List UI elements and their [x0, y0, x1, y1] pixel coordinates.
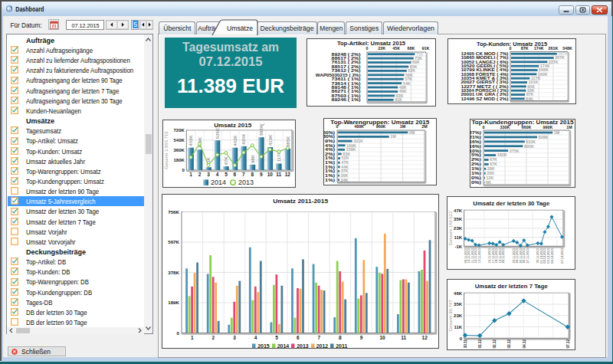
svg-text:4: 4: [254, 334, 257, 339]
svg-text:Dashboard: Dashboard: [15, 5, 44, 13]
svg-text:174K: 174K: [533, 46, 543, 51]
svg-text:02.12: 02.12: [493, 339, 497, 348]
svg-text:Umsatz 2011-2015: Umsatz 2011-2015: [273, 198, 329, 205]
svg-text:Wiedervorlagen: Wiedervorlagen: [387, 25, 434, 32]
svg-text:98K: 98K: [251, 154, 255, 163]
svg-text:2014: 2014: [211, 179, 226, 187]
svg-text:2: 2: [212, 334, 215, 339]
svg-text:720K: 720K: [174, 128, 185, 133]
svg-text:Für Datum:: Für Datum:: [11, 21, 42, 29]
svg-text:Mengen: Mengen: [320, 25, 343, 32]
svg-text:3: 3: [233, 334, 236, 339]
svg-text:1M: 1M: [566, 125, 572, 130]
svg-text:9: 9: [360, 334, 363, 339]
svg-text:Übersicht: Übersicht: [163, 25, 192, 32]
svg-text:261K: 261K: [548, 46, 558, 51]
svg-text:182K: 182K: [497, 152, 507, 157]
svg-text:45K: 45K: [392, 46, 400, 51]
svg-text:Tagesumsatz am: Tagesumsatz am: [182, 40, 279, 53]
svg-text:990K: 990K: [543, 125, 553, 130]
svg-text:1: 1: [191, 334, 194, 339]
svg-text:378K: 378K: [168, 269, 179, 274]
svg-text:375K: 375K: [510, 149, 520, 153]
svg-text:413K: 413K: [268, 134, 273, 146]
svg-text:227K: 227K: [548, 60, 558, 64]
svg-text:1M: 1M: [400, 125, 406, 130]
svg-text:84K: 84K: [526, 97, 533, 101]
svg-text:660K: 660K: [522, 125, 532, 130]
svg-text:5: 5: [275, 334, 278, 339]
svg-text:68K: 68K: [407, 46, 415, 51]
svg-text:11K: 11K: [454, 324, 462, 329]
svg-text:27.11.2015: 27.11.2015: [526, 248, 529, 263]
svg-text:3: 3: [207, 172, 210, 178]
svg-text:47K: 47K: [454, 208, 463, 212]
svg-text:16 ( 1%): 16 ( 1%): [323, 178, 335, 182]
svg-text:9: 9: [260, 172, 263, 178]
svg-text:0: 0: [509, 46, 511, 51]
svg-text:89246 ( 1%): 89246 ( 1%): [331, 97, 360, 102]
svg-text:0: 0: [483, 125, 485, 130]
svg-text:01.12: 01.12: [478, 339, 482, 348]
svg-text:189K: 189K: [168, 300, 179, 305]
svg-text:11: 11: [277, 172, 282, 178]
svg-text:2012: 2012: [316, 343, 329, 348]
svg-text:46K: 46K: [454, 290, 463, 295]
svg-text:34K: 34K: [340, 178, 348, 182]
svg-text:2: 2: [198, 172, 202, 178]
svg-text:960K: 960K: [376, 125, 386, 130]
svg-text:11.389 EUR: 11.389 EUR: [177, 74, 284, 97]
svg-text:6K: 6K: [486, 180, 491, 185]
svg-text:Umsatz 2015: Umsatz 2015: [215, 122, 253, 129]
svg-text:07.12.2015: 07.12.2015: [72, 22, 100, 29]
svg-text:2015: 2015: [257, 343, 270, 348]
svg-text:5: 5: [225, 172, 228, 178]
svg-text:07.12: 07.12: [565, 339, 569, 348]
svg-text:0: 0: [336, 125, 338, 130]
svg-text:1M: 1M: [554, 130, 560, 135]
svg-text:180K: 180K: [174, 158, 185, 162]
svg-text:540K: 540K: [174, 138, 185, 143]
svg-text:8: 8: [339, 334, 342, 339]
svg-text:430K: 430K: [242, 133, 247, 145]
svg-text:480K: 480K: [354, 125, 364, 130]
svg-text:35K: 35K: [454, 302, 463, 307]
svg-text:Sonstiges: Sonstiges: [349, 25, 379, 32]
svg-text:2011: 2011: [336, 343, 347, 348]
svg-text:10: 10: [267, 172, 274, 178]
svg-text:403K: 403K: [189, 135, 194, 146]
svg-text:Umsatz der letzten 7 Tage: Umsatz der letzten 7 Tage: [474, 282, 547, 289]
svg-text:1: 1: [190, 172, 193, 178]
svg-text:4: 4: [216, 172, 219, 178]
svg-text:23K: 23K: [454, 313, 463, 318]
svg-text:-1K: -1K: [454, 244, 462, 248]
svg-text:13.11.2015: 13.11.2015: [477, 248, 480, 263]
svg-text:0: 0: [366, 46, 368, 51]
svg-text:04.12: 04.12: [522, 339, 526, 348]
svg-text:828K: 828K: [539, 135, 549, 139]
svg-text:348K: 348K: [562, 46, 572, 51]
svg-text:Umsatz der letzten 30 Tage: Umsatz der letzten 30 Tage: [473, 199, 549, 206]
svg-text:6: 6: [297, 334, 300, 339]
svg-text:403K: 403K: [233, 135, 238, 146]
svg-text:91K: 91K: [421, 46, 429, 51]
svg-text:20.11.2015: 20.11.2015: [501, 248, 505, 263]
svg-text:12: 12: [285, 172, 291, 178]
svg-text:0: 0: [459, 336, 462, 340]
svg-text:Gesamt 99.747: Gesamt 99.747: [447, 300, 452, 332]
svg-text:87K: 87K: [520, 46, 528, 51]
svg-text:23: 23: [51, 24, 56, 28]
svg-text:12496 SZ MOD ( 2%): 12496 SZ MOD ( 2%): [461, 97, 508, 101]
svg-text:567K: 567K: [168, 239, 179, 244]
svg-text:7: 7: [242, 172, 245, 178]
svg-text:2M: 2M: [421, 125, 428, 130]
svg-text:7: 7: [317, 334, 320, 339]
svg-text:2013: 2013: [238, 179, 254, 187]
svg-text:03.12: 03.12: [507, 339, 511, 348]
svg-text:2014: 2014: [277, 343, 290, 348]
svg-text:0: 0: [182, 168, 185, 172]
svg-text:360K: 360K: [174, 148, 185, 152]
svg-text:330K: 330K: [500, 125, 510, 130]
svg-text:12: 12: [422, 334, 428, 339]
svg-text:2M: 2M: [409, 130, 415, 135]
